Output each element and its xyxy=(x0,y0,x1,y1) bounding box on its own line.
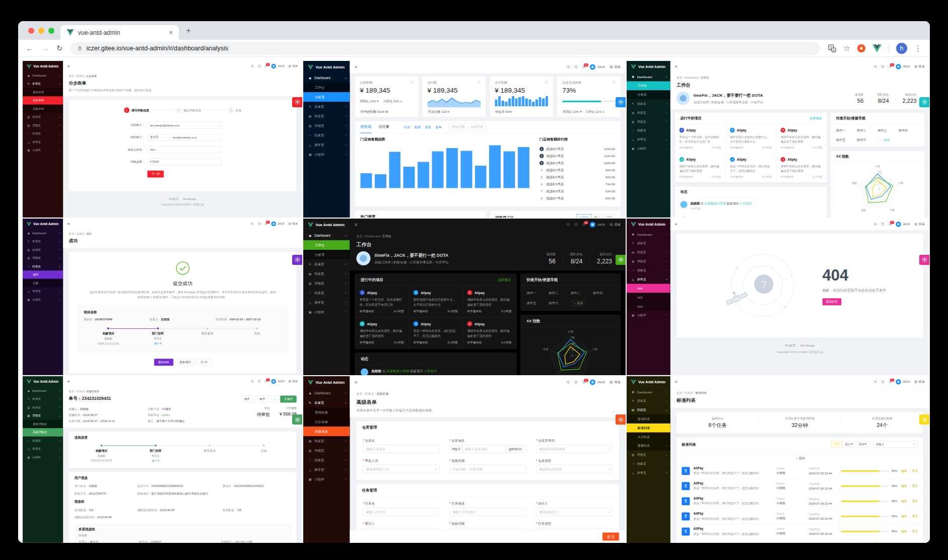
theme-settings-gear-icon[interactable] xyxy=(919,414,929,425)
sidebar-item[interactable]: 分步表单 xyxy=(303,417,350,427)
info-icon[interactable] xyxy=(613,81,616,84)
footer-link[interactable]: Ant Design xyxy=(183,197,196,200)
quick-nav-link[interactable]: ＋ 添加 xyxy=(571,301,586,306)
new-tab-button[interactable]: + xyxy=(186,26,191,36)
translate-icon[interactable] xyxy=(828,44,837,53)
search-icon[interactable] xyxy=(251,222,254,225)
sidebar-item[interactable]: △异常页▾ xyxy=(303,140,350,150)
app-logo[interactable]: Vue Antd Admin xyxy=(627,219,670,230)
next-step-button[interactable]: 下一步 xyxy=(148,171,164,178)
quick-nav-link[interactable]: 操作三 xyxy=(571,291,593,295)
sidebar-item[interactable]: ▦小组件▾ xyxy=(23,146,63,154)
sidebar-item[interactable]: △异常页▾ xyxy=(303,465,350,474)
sidebar-item[interactable]: △异常页▾ xyxy=(23,445,63,453)
team-link[interactable]: 科学搬砖组 xyxy=(730,175,743,179)
list-item[interactable]: 支 AliPay那是一种内在的东西，他们到达不了，也无法触及的 Owner付晓晓… xyxy=(676,478,923,494)
project-card[interactable]: AAlipay 城镇中有那么多的酒馆，她却偏偏走进了我的酒馆 科学搬砖组9小时前 xyxy=(355,317,409,348)
help-icon[interactable] xyxy=(258,222,261,225)
sidebar-item[interactable]: ▤列表页▾ xyxy=(303,436,350,446)
sidebar-item[interactable]: ▦小组件▾ xyxy=(303,150,350,159)
project-card[interactable]: AAlipay 希望是一个好东西，也许是最好的，好东西是不会消亡的 科学搬砖组9… xyxy=(675,124,726,153)
sidebar-item[interactable]: 失败 xyxy=(23,279,63,287)
help-icon[interactable] xyxy=(258,380,261,383)
sidebar-item[interactable]: ◉Dashboard▾ xyxy=(627,230,670,239)
language-selector[interactable]: 简体 xyxy=(288,222,298,226)
sidebar-item[interactable]: △异常页▾ xyxy=(627,135,670,144)
filter-button[interactable]: 进行中 xyxy=(842,441,856,447)
menu-trigger-icon[interactable]: ≡ xyxy=(355,64,358,69)
edit-link[interactable]: 编辑 xyxy=(901,499,907,503)
menu-trigger-icon[interactable]: ≡ xyxy=(67,64,70,68)
menu-trigger-icon[interactable]: ≡ xyxy=(675,380,678,384)
field-input[interactable]: 请选择仓库管理员▾ xyxy=(536,445,613,453)
notification-bell-icon[interactable]: 12 xyxy=(264,222,267,225)
quick-nav-link[interactable]: 操作一 xyxy=(836,128,857,132)
sidebar-item[interactable]: ◔结果页▾ xyxy=(627,459,670,468)
sidebar-item[interactable]: ▤列表页▾ xyxy=(627,248,670,257)
app-logo[interactable]: Vue Antd Admin xyxy=(627,376,670,388)
sidebar-item[interactable]: 高级详情页 xyxy=(23,428,63,436)
urge-link[interactable]: 催一下 xyxy=(133,342,182,345)
list-item[interactable]: 支 AliPay那是一种内在的东西，他们到达不了，也无法触及的 Owner付晓晓… xyxy=(676,524,923,539)
project-card[interactable]: AAlipay 城镇中有那么多的酒馆，她却偏偏走进了我的酒馆 科学搬砖组9小时前 xyxy=(675,154,726,183)
field-input[interactable]: http://请输入仓库域名.github.io xyxy=(449,445,526,453)
sidebar-item[interactable]: ▤列表页▾ xyxy=(303,111,350,121)
channel-button[interactable]: 全渠道 xyxy=(576,215,591,218)
sidebar-item[interactable]: 工作台 xyxy=(303,240,350,250)
user-menu[interactable]: JACK xyxy=(590,64,605,70)
breadcrumb[interactable]: 首页 / 列表页 / 标准列表 xyxy=(676,391,923,395)
sidebar-item[interactable]: △异常页▾ xyxy=(23,287,63,295)
sidebar-item[interactable]: ▥详情页▾ xyxy=(23,254,63,262)
user-menu[interactable]: JACK xyxy=(590,380,605,385)
back-to-list-button[interactable]: 返回列表 xyxy=(154,359,173,366)
menu-trigger-icon[interactable]: ≡ xyxy=(675,64,678,69)
sidebar-item[interactable]: ✎表单页▾ xyxy=(303,102,350,111)
range-link[interactable]: 本月 xyxy=(425,125,431,129)
edit-link[interactable]: 编辑 xyxy=(901,514,907,518)
language-selector[interactable]: 简体 xyxy=(610,380,621,385)
theme-settings-gear-icon[interactable] xyxy=(292,255,302,265)
app-logo[interactable]: Vue Antd Admin xyxy=(303,219,350,231)
notification-bell-icon[interactable]: 12 xyxy=(582,381,586,384)
feed-link[interactable]: 高逼格设计天团 xyxy=(386,369,410,373)
sidebar-item[interactable]: ✎表单页▴ xyxy=(23,80,63,88)
theme-settings-gear-icon[interactable] xyxy=(616,97,626,107)
sidebar-item[interactable]: 分析页 xyxy=(627,90,670,99)
all-projects-link[interactable]: 全部项目 xyxy=(809,116,822,120)
project-card[interactable]: AAlipay 希望是一个好东西，也许是最好的，好东西是不会消亡的 科学搬砖组9… xyxy=(355,286,409,317)
project-card[interactable]: AAlipay 城镇中有那么多的酒馆，她却偏偏走进了我的酒馆 科学搬砖组9小时前 xyxy=(462,286,516,317)
reload-button[interactable]: ↻ xyxy=(56,44,63,53)
sidebar-item[interactable]: 高级表单 xyxy=(303,427,350,436)
breadcrumb[interactable]: 首页 / 表单页 / 高级表单 xyxy=(357,392,620,396)
sidebar-item[interactable]: 基础表单 xyxy=(23,88,63,96)
feed-link[interactable]: 八月迭代 xyxy=(739,201,752,205)
receiver-account-input[interactable]: test@example.com xyxy=(170,134,222,141)
sidebar-item[interactable]: ✎表单页▾ xyxy=(303,259,350,269)
all-projects-link[interactable]: 全部项目 xyxy=(498,277,511,282)
sidebar-item[interactable]: ✎表单页▾ xyxy=(23,395,63,403)
filter-button[interactable]: 全部 xyxy=(831,441,842,447)
list-item[interactable]: 支 AliPay那是一种内在的东西，他们到达不了，也无法触及的 Owner付晓晓… xyxy=(676,463,923,478)
tab-visits[interactable]: 访问量 xyxy=(378,121,389,133)
search-icon[interactable] xyxy=(874,223,877,226)
language-selector[interactable]: 简体 xyxy=(914,380,925,384)
sidebar-item[interactable]: 标准列表 xyxy=(627,424,670,433)
sidebar-item[interactable]: ◉Dashboard▾ xyxy=(627,388,670,397)
language-selector[interactable]: 简体 xyxy=(610,223,621,227)
edit-link[interactable]: 编辑 xyxy=(901,469,907,473)
sidebar-item[interactable]: ▦小组件▾ xyxy=(627,144,670,153)
channel-button[interactable]: 门店 xyxy=(603,215,615,218)
more-link[interactable]: 更多 xyxy=(912,529,918,533)
notification-bell-icon[interactable]: 12 xyxy=(582,223,586,227)
language-selector[interactable]: 简体 xyxy=(914,64,925,68)
sidebar-item[interactable]: ✎表单页▾ xyxy=(23,237,63,245)
amount-input[interactable]: ¥ 5000 xyxy=(148,158,222,165)
theme-settings-gear-icon[interactable] xyxy=(616,255,626,265)
sidebar-item[interactable]: ◉Dashboard▾ xyxy=(303,388,350,398)
address-bar[interactable]: iczer.gitee.io/vue-antd-admin/#/dashboar… xyxy=(71,42,820,55)
team-link[interactable]: 科学搬砖组 xyxy=(360,309,374,313)
sidebar-item[interactable]: ✎表单页▴ xyxy=(303,398,350,407)
search-icon[interactable] xyxy=(251,64,254,67)
quick-nav-link[interactable]: ＋ 添加 xyxy=(877,138,892,143)
field-input[interactable]: 请选择执行人▾ xyxy=(536,508,613,516)
